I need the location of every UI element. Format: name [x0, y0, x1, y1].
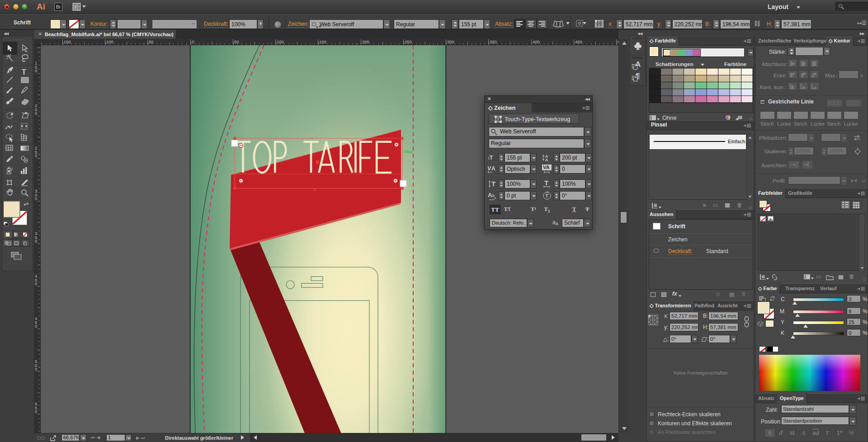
- svg-text:T: T: [491, 180, 495, 188]
- svg-text:T: T: [22, 68, 26, 76]
- svg-text:A: A: [545, 158, 548, 162]
- svg-text:T: T: [546, 193, 548, 198]
- svg-text:T: T: [497, 118, 500, 122]
- svg-text:A: A: [491, 165, 495, 172]
- svg-text:Pfad: Pfad: [404, 150, 412, 154]
- svg-text:V: V: [487, 165, 491, 172]
- svg-text:VA: VA: [543, 165, 550, 170]
- svg-text:a: a: [492, 193, 495, 198]
- svg-text:T: T: [544, 179, 548, 187]
